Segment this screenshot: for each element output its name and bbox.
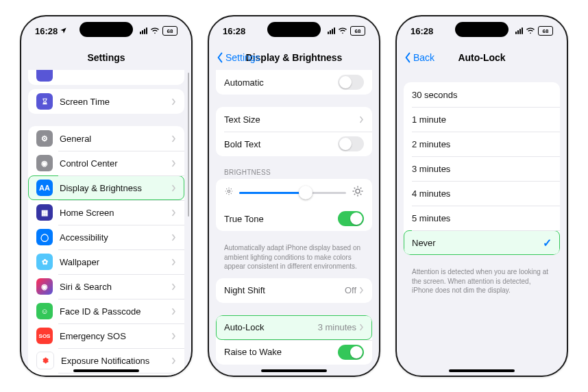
- row-general[interactable]: ⚙︎General: [28, 126, 184, 151]
- svg-point-1: [342, 32, 343, 34]
- scrollbar[interactable]: [188, 73, 189, 217]
- option-label: 1 minute: [412, 114, 552, 125]
- row-text-size[interactable]: Text Size: [216, 107, 372, 132]
- notch: [79, 22, 133, 37]
- list-peek-row[interactable]: [28, 70, 184, 85]
- screen-time-icon: ⌛︎: [36, 93, 53, 110]
- svg-point-4: [530, 32, 531, 34]
- row-display-brightness[interactable]: AADisplay & Brightness: [28, 175, 184, 200]
- home-screen-icon: ▦: [36, 204, 53, 221]
- row-control-center[interactable]: ◉Control Center: [28, 151, 184, 175]
- row-bold-text[interactable]: Bold Text: [216, 132, 372, 156]
- text-size-label: Text Size: [224, 114, 359, 125]
- battery-icon: 68: [350, 26, 365, 36]
- back-button[interactable]: Back: [404, 52, 434, 63]
- cell-signal-icon: [140, 27, 147, 34]
- row-screen-time[interactable]: ⌛︎Screen Time: [28, 89, 184, 114]
- phone-display-brightness: 16:28 68 Settings Display & Brightness A…: [208, 15, 380, 377]
- brightness-header: BRIGHTNESS: [224, 169, 379, 176]
- true-tone-label: True Tone: [224, 214, 338, 224]
- row-automatic[interactable]: Automatic: [216, 70, 372, 95]
- cell-signal-icon: [328, 27, 335, 34]
- option-label: 30 seconds: [412, 90, 552, 100]
- navbar: Settings: [21, 45, 191, 70]
- raise-to-wake-label: Raise to Wake: [224, 347, 338, 357]
- chevron-right-icon: [171, 234, 176, 241]
- night-shift-value: Off: [345, 285, 356, 295]
- chevron-right-icon: [171, 209, 176, 217]
- wifi-icon: [526, 26, 535, 36]
- home-screen-label: Home Screen: [60, 208, 171, 218]
- auto-lock-value: 3 minutes: [318, 322, 356, 332]
- accessibility-icon: ◯: [36, 229, 53, 245]
- wallpaper-label: Wallpaper: [60, 257, 171, 267]
- option-label: Never: [412, 238, 543, 248]
- row-true-tone[interactable]: True Tone: [216, 206, 372, 231]
- back-label: Settings: [225, 52, 260, 63]
- page-title: Settings: [87, 52, 125, 63]
- general-icon: ⚙︎: [36, 130, 53, 147]
- row-accessibility[interactable]: ◯Accessibility: [28, 225, 184, 249]
- option-3-minutes[interactable]: 3 minutes: [404, 156, 560, 181]
- option-4-minutes[interactable]: 4 minutes: [404, 181, 560, 206]
- option-label: 5 minutes: [412, 213, 552, 223]
- row-wallpaper[interactable]: ✿Wallpaper: [28, 249, 184, 274]
- checkmark-icon: ✓: [543, 236, 552, 249]
- true-tone-toggle[interactable]: [338, 211, 364, 226]
- status-time: 16:28: [223, 26, 245, 36]
- display-brightness-icon: AA: [36, 180, 53, 196]
- night-shift-label: Night Shift: [224, 285, 345, 295]
- chevron-right-icon: [359, 323, 364, 331]
- option-30-seconds[interactable]: 30 seconds: [404, 82, 560, 107]
- home-indicator[interactable]: [449, 369, 515, 372]
- faceid-passcode-label: Face ID & Passcode: [60, 306, 171, 317]
- page-title: Display & Brightness: [246, 52, 343, 63]
- row-night-shift[interactable]: Night Shift Off: [216, 278, 372, 303]
- option-2-minutes[interactable]: 2 minutes: [404, 132, 560, 156]
- row-faceid-passcode[interactable]: ☺︎Face ID & Passcode: [28, 299, 184, 323]
- wifi-icon: [150, 26, 160, 36]
- option-label: 2 minutes: [412, 139, 552, 149]
- accessibility-label: Accessibility: [60, 232, 171, 243]
- bold-text-toggle[interactable]: [338, 136, 364, 151]
- status-time: 16:28: [35, 26, 58, 36]
- option-1-minute[interactable]: 1 minute: [404, 107, 560, 132]
- automatic-toggle[interactable]: [338, 75, 364, 90]
- home-indicator[interactable]: [73, 369, 139, 372]
- brightness-slider[interactable]: [239, 192, 346, 194]
- auto-lock-list[interactable]: 30 seconds1 minute2 minutes3 minutes4 mi…: [397, 70, 567, 376]
- chevron-right-icon: [171, 308, 176, 315]
- display-brightness-list[interactable]: Automatic Text Size Bold Text BRIGHTNESS: [209, 70, 379, 376]
- exposure-notifications-icon: ✽: [36, 352, 54, 369]
- settings-list[interactable]: ⌛︎Screen Time⚙︎General◉Control CenterAAD…: [21, 70, 191, 376]
- chevron-right-icon: [359, 116, 364, 123]
- row-emergency-sos[interactable]: SOSEmergency SOS: [28, 323, 184, 348]
- option-5-minutes[interactable]: 5 minutes: [404, 206, 560, 230]
- display-brightness-label: Display & Brightness: [60, 183, 171, 193]
- row-siri-search[interactable]: ◉Siri & Search: [28, 274, 184, 299]
- row-battery[interactable]: ▮Battery: [28, 373, 184, 376]
- home-indicator[interactable]: [261, 369, 327, 372]
- chevron-right-icon: [171, 283, 176, 291]
- option-never[interactable]: Never✓: [404, 230, 560, 255]
- sun-large-icon: [352, 185, 364, 200]
- raise-to-wake-toggle[interactable]: [338, 345, 364, 360]
- control-center-label: Control Center: [60, 158, 171, 169]
- svg-point-0: [154, 32, 156, 34]
- row-home-screen[interactable]: ▦Home Screen: [28, 200, 184, 225]
- emergency-sos-label: Emergency SOS: [60, 331, 171, 341]
- peek-icon: [36, 70, 53, 82]
- brightness-slider-row[interactable]: [216, 179, 372, 206]
- status-time: 16:28: [411, 26, 433, 36]
- back-button[interactable]: Settings: [216, 52, 260, 63]
- svg-point-2: [228, 190, 230, 193]
- chevron-right-icon: [171, 160, 176, 167]
- control-center-icon: ◉: [36, 155, 53, 171]
- screen-time-label: Screen Time: [60, 97, 171, 107]
- true-tone-footer: Automatically adapt iPhone display based…: [224, 243, 364, 271]
- row-raise-to-wake[interactable]: Raise to Wake: [216, 340, 372, 365]
- exposure-notifications-label: Exposure Notifications: [61, 356, 171, 366]
- chevron-right-icon: [171, 135, 176, 143]
- row-auto-lock[interactable]: Auto-Lock 3 minutes: [216, 315, 372, 340]
- location-icon: [60, 26, 67, 36]
